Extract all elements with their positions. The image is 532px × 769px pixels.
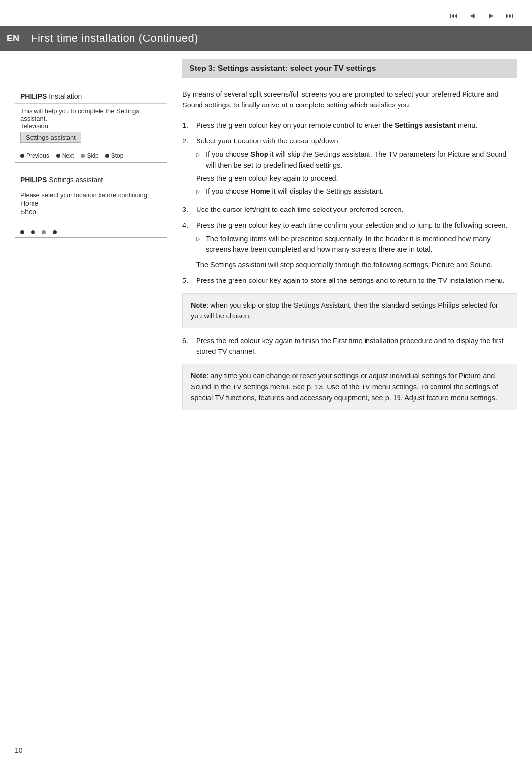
li-num-1: 1. xyxy=(182,120,192,131)
tv-box-installation: PHILIPS Installation This will help you … xyxy=(15,89,167,163)
tv-box2-footer xyxy=(15,227,167,237)
sub-list-2: ▷ If you choose Shop it will skip the Se… xyxy=(196,149,517,171)
previous-dot xyxy=(20,154,24,158)
home-bold: Home xyxy=(250,187,270,195)
instructions-list-2: 6. Press the red colour key again to fin… xyxy=(182,335,517,357)
sub-text-2a: If you choose Shop it will skip the Sett… xyxy=(206,149,517,171)
nav-next-btn[interactable]: ► xyxy=(484,9,499,23)
triangle-icon-4a: ▷ xyxy=(196,233,203,255)
skip-dot xyxy=(81,154,85,158)
li-num-3: 3. xyxy=(182,204,192,215)
tv-box1-button[interactable]: Settings assistant xyxy=(20,132,81,143)
tv2-btn2[interactable] xyxy=(31,230,35,234)
tv2-dot3 xyxy=(42,230,46,234)
sub-list-4: ▷ The following items will be presented … xyxy=(196,233,517,255)
next-dot xyxy=(56,154,60,158)
tv-box2-brand: PHILIPS xyxy=(20,176,47,184)
note1-bold: Note xyxy=(191,301,206,309)
li-num-2: 2. xyxy=(182,136,192,199)
li-content-6: Press the red colour key again to finish… xyxy=(196,335,517,357)
note2-bold: Note xyxy=(191,372,206,380)
note2-text: : any time you can change or reset your … xyxy=(191,372,498,402)
tv-box1-footer: Previous Next Skip Stop xyxy=(15,149,167,162)
list-item-3: 3. Use the cursor left/right to each tim… xyxy=(182,204,517,215)
green-key-note: Press the green colour key again to proc… xyxy=(196,173,517,184)
next-dot-btn[interactable]: Next xyxy=(56,152,74,159)
tv-box1-header: PHILIPS Installation xyxy=(15,89,167,104)
stop-dot xyxy=(105,154,109,158)
li-content-2: Select your Location with the cursor up/… xyxy=(196,136,517,199)
stop-dot-btn[interactable]: Stop xyxy=(105,152,124,159)
triangle-icon-2b: ▷ xyxy=(196,186,203,197)
li-num-6: 6. xyxy=(182,335,192,357)
page-title: First time installation (Continued) xyxy=(31,32,198,45)
list-item-2: 2. Select your Location with the cursor … xyxy=(182,136,517,199)
sub-list-item-2a: ▷ If you choose Shop it will skip the Se… xyxy=(196,149,517,171)
tv-box1-text: This will help you to complete the Setti… xyxy=(20,107,162,130)
li-num-4: 4. xyxy=(182,220,192,270)
tv-box1-brand: PHILIPS xyxy=(20,92,47,100)
tv2-dot2 xyxy=(31,230,35,234)
sub-list-2b: ▷ If you choose Home it will display the… xyxy=(196,186,517,197)
page-number: 10 xyxy=(15,746,23,754)
instructions-list: 1. Press the green colour key on your re… xyxy=(182,120,517,286)
tv2-dot4 xyxy=(53,230,57,234)
li-content-5: Press the green colour key again to stor… xyxy=(196,275,517,286)
sub-text-2b: If you choose Home it will display the S… xyxy=(206,186,384,197)
triangle-icon-2a: ▷ xyxy=(196,149,203,171)
location-shop: Shop xyxy=(20,208,162,216)
step-header: Step 3: Settings assistant: select your … xyxy=(182,59,517,78)
tv-box2-subtitle-text: Settings assistant xyxy=(49,176,103,184)
right-column: Step 3: Settings assistant: select your … xyxy=(182,59,517,410)
li-content-3: Use the cursor left/right to each time s… xyxy=(196,204,517,215)
sequential-note: The Settings assistant will step sequent… xyxy=(196,259,517,270)
tv-box-settings-assistant: PHILIPS Settings assistant Please select… xyxy=(15,173,167,238)
stop-label: Stop xyxy=(111,152,124,159)
step-intro: By means of several split screens/full s… xyxy=(182,89,517,111)
main-content: PHILIPS Installation This will help you … xyxy=(15,59,517,417)
tv2-btn1[interactable] xyxy=(20,230,24,234)
nav-prev-btn[interactable]: ◄ xyxy=(465,9,480,23)
tv-box1-body: This will help you to complete the Setti… xyxy=(15,104,167,149)
skip-label: Skip xyxy=(87,152,98,159)
list-item-6: 6. Press the red colour key again to fin… xyxy=(182,335,517,357)
previous-dot-btn[interactable]: Previous xyxy=(20,152,49,159)
nav-first-btn[interactable]: ⏮ xyxy=(446,9,461,23)
location-home: Home xyxy=(20,199,162,208)
tv2-btn3[interactable] xyxy=(42,230,46,234)
list-item-4: 4. Press the green colour key to each ti… xyxy=(182,220,517,270)
li-num-5: 5. xyxy=(182,275,192,286)
sub-text-4a: The following items will be presented se… xyxy=(206,233,517,255)
tv-box2-header: PHILIPS Settings assistant xyxy=(15,173,167,187)
sub-list-item-4a: ▷ The following items will be presented … xyxy=(196,233,517,255)
tv2-btn4[interactable] xyxy=(53,230,57,234)
previous-label: Previous xyxy=(26,152,49,159)
tv-box2-body: Please select your location before conti… xyxy=(15,187,167,227)
li-content-4: Press the green colour key to each time … xyxy=(196,220,517,270)
next-label: Next xyxy=(62,152,74,159)
top-navigation: ⏮ ◄ ► ⏭ xyxy=(446,9,517,23)
shop-bold: Shop xyxy=(250,150,268,158)
header-bar: EN First time installation (Continued) xyxy=(0,26,532,51)
sub-list-item-2b: ▷ If you choose Home it will display the… xyxy=(196,186,517,197)
list-item-1: 1. Press the green colour key on your re… xyxy=(182,120,517,131)
nav-last-btn[interactable]: ⏭ xyxy=(502,9,517,23)
skip-dot-btn[interactable]: Skip xyxy=(81,152,98,159)
tv2-dot1 xyxy=(20,230,24,234)
tv-box2-text: Please select your location before conti… xyxy=(20,191,162,199)
note-box-2: Note: any time you can change or reset y… xyxy=(182,364,517,410)
note-box-1: Note: when you skip or stop the Settings… xyxy=(182,293,517,328)
left-column: PHILIPS Installation This will help you … xyxy=(15,89,167,247)
note1-text: : when you skip or stop the Settings Ass… xyxy=(191,301,498,320)
list-item-5: 5. Press the green colour key again to s… xyxy=(182,275,517,286)
language-badge: EN xyxy=(0,26,26,51)
settings-assistant-bold: Settings assistant xyxy=(395,121,456,129)
li-content-1: Press the green colour key on your remot… xyxy=(196,120,517,131)
tv-box1-subtitle-text: Installation xyxy=(49,92,82,100)
